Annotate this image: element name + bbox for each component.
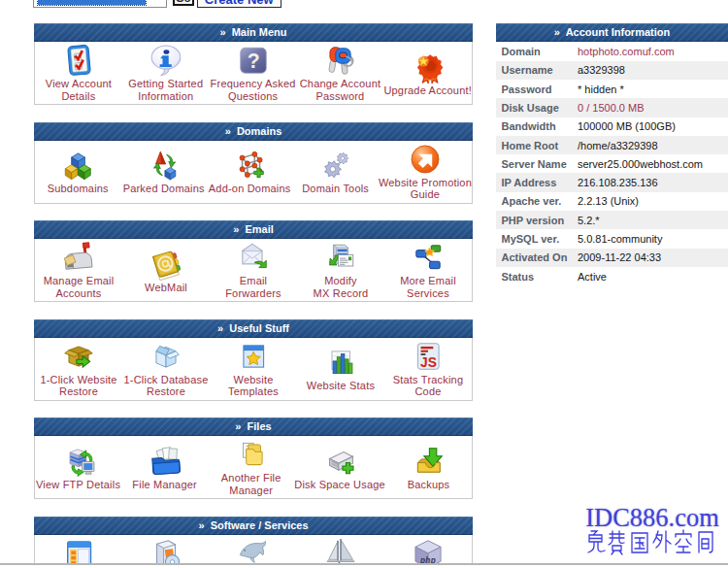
svg-text:JS: JS xyxy=(420,354,437,369)
svg-text:?: ? xyxy=(247,50,259,73)
